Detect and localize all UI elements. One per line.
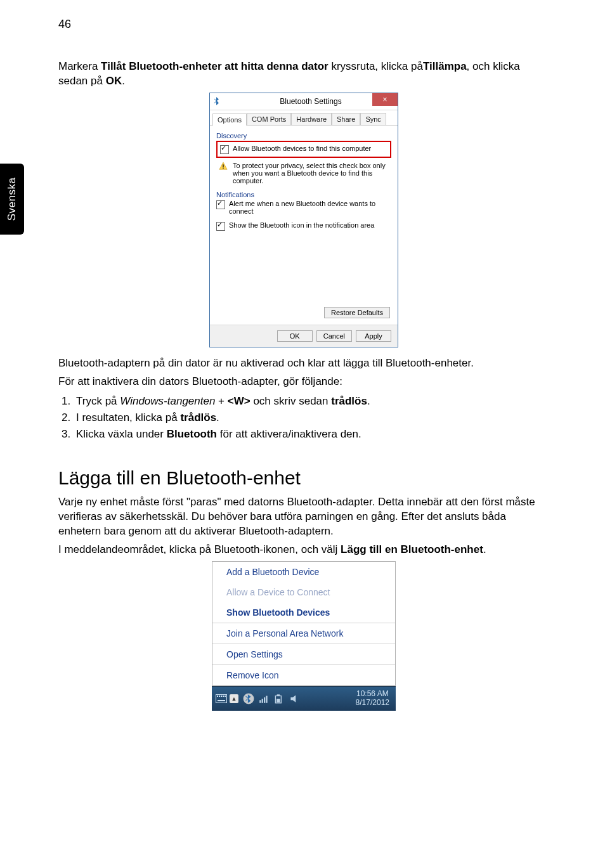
taskbar-clock[interactable]: 10:56 AM 8/17/2012 (356, 690, 393, 706)
menu-open-settings[interactable]: Open Settings (212, 644, 395, 664)
ok-button[interactable]: OK (277, 330, 313, 342)
discovery-group-label: Discovery (216, 132, 391, 139)
svg-rect-15 (277, 694, 280, 696)
page-number: 46 (58, 18, 71, 31)
highlighted-option: Allow Bluetooth devices to find this com… (216, 141, 391, 158)
tray-figure: Add a Bluetooth Device Allow a Device to… (212, 561, 396, 711)
disable-steps-list: Tryck på Windows-tangenten + <W> och skr… (58, 393, 549, 443)
svg-rect-13 (266, 696, 267, 703)
tray-overflow-icon[interactable]: ▲ (230, 694, 238, 703)
svg-rect-8 (218, 700, 225, 701)
svg-rect-11 (262, 699, 263, 703)
after-dialog-paragraph: Bluetooth-adaptern på din dator är nu ak… (58, 356, 549, 371)
svg-rect-4 (219, 696, 220, 697)
show-icon-label: Show the Bluetooth icon in the notificat… (229, 221, 374, 229)
step-2: I resultaten, klicka på trådlös. (74, 410, 549, 426)
apply-button[interactable]: Apply (356, 330, 391, 342)
menu-add-device[interactable]: Add a Bluetooth Device (212, 562, 395, 582)
svg-rect-16 (276, 699, 280, 703)
dialog-title: Bluetooth Settings (224, 97, 398, 106)
bluetooth-icon (210, 97, 224, 106)
menu-show-devices[interactable]: Show Bluetooth Devices (212, 602, 395, 623)
menu-allow-connect[interactable]: Allow a Device to Connect (212, 582, 395, 602)
bluetooth-tray-icon[interactable] (243, 693, 254, 704)
dialog-titlebar: Bluetooth Settings × (210, 93, 398, 110)
taskbar-time: 10:56 AM (356, 690, 389, 698)
svg-rect-7 (224, 696, 226, 697)
restore-defaults-button[interactable]: Restore Defaults (324, 307, 390, 318)
bluetooth-settings-dialog: Bluetooth Settings × Options COM Ports H… (209, 93, 398, 347)
show-icon-checkbox[interactable] (216, 222, 225, 231)
taskbar-date: 8/17/2012 (356, 699, 389, 707)
language-tab: Svenska (0, 164, 24, 235)
svg-rect-0 (223, 164, 223, 167)
tab-options[interactable]: Options (212, 113, 247, 126)
tab-com-ports[interactable]: COM Ports (247, 113, 291, 125)
tab-share[interactable]: Share (332, 113, 360, 125)
intro-paragraph: Markera Tillåt Bluetooth-enheter att hit… (58, 60, 549, 89)
notifications-group-label: Notifications (216, 191, 391, 198)
close-icon[interactable]: × (372, 93, 398, 106)
tab-hardware[interactable]: Hardware (291, 113, 332, 125)
alert-new-device-label: Alert me when a new Bluetooth device wan… (229, 200, 391, 215)
tray-instruction: I meddelandeområdet, klicka på Bluetooth… (58, 543, 549, 557)
menu-join-pan[interactable]: Join a Personal Area Network (212, 623, 395, 644)
allow-discovery-checkbox[interactable] (220, 145, 229, 154)
svg-rect-10 (259, 700, 261, 703)
menu-remove-icon[interactable]: Remove Icon (212, 665, 395, 685)
step-1: Tryck på Windows-tangenten + <W> och skr… (74, 393, 549, 410)
privacy-warning-text: To protect your privacy, select this che… (233, 162, 391, 185)
allow-discovery-label: Allow Bluetooth devices to find this com… (233, 145, 371, 152)
svg-rect-5 (221, 696, 222, 697)
cancel-button[interactable]: Cancel (316, 330, 352, 342)
step-3: Klicka växla under Bluetooth för att akt… (74, 426, 549, 443)
tab-sync[interactable]: Sync (360, 113, 386, 125)
section-heading: Lägga till en Bluetooth-enhet (58, 467, 549, 489)
warning-icon (219, 162, 228, 171)
battery-tray-icon[interactable] (273, 693, 285, 704)
language-label: Svenska (6, 178, 18, 221)
pairing-paragraph: Varje ny enhet måste först "paras" med d… (58, 495, 549, 539)
disable-intro: För att inaktivera din dators Bluetooth-… (58, 375, 549, 389)
keyboard-layout-icon[interactable] (214, 692, 228, 706)
tab-strip: Options COM Ports Hardware Share Sync (210, 110, 398, 126)
bluetooth-tray-menu: Add a Bluetooth Device Allow a Device to… (212, 561, 396, 686)
network-tray-icon[interactable] (258, 693, 270, 704)
svg-rect-12 (264, 697, 265, 703)
svg-rect-3 (217, 696, 218, 697)
volume-tray-icon[interactable] (289, 693, 300, 704)
svg-rect-6 (223, 696, 224, 697)
svg-rect-1 (223, 168, 223, 169)
alert-new-device-checkbox[interactable] (216, 200, 225, 209)
taskbar: ▲ 10:56 AM 8/17/2012 (212, 686, 396, 711)
